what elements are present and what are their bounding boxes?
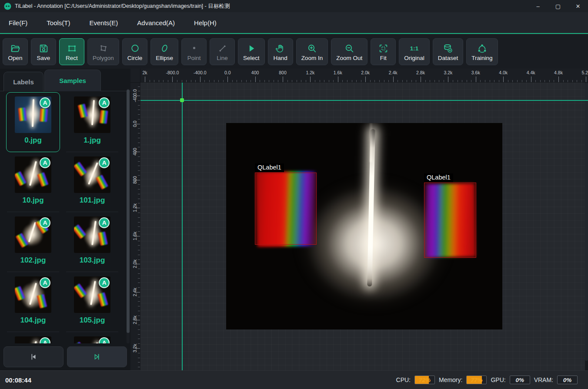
horizontal-ruler: 2k-800.0-400.00.04008001.2k1.6k2.0k2.4k2… — [140, 69, 588, 83]
ruler-v-label: 0.0 — [132, 120, 137, 127]
sample-thumbnail: A — [74, 96, 110, 133]
previous-sample-button[interactable] — [3, 346, 63, 367]
titlebar[interactable]: TiLabel - Annotation [C:/Users/Administr… — [0, 0, 588, 12]
select-icon — [246, 43, 257, 54]
ruler-h-label: 4.4k — [527, 70, 535, 75]
minimize-button[interactable]: – — [528, 0, 548, 12]
menu-advanced-a-[interactable]: Advanced(A) — [137, 19, 175, 27]
toolbar-button-zoom-out[interactable]: Zoom Out — [331, 38, 368, 65]
ruler-v-label: 1.6k — [132, 232, 137, 240]
annotation-bbox[interactable] — [255, 173, 317, 245]
crosshair-vertical-line — [182, 83, 183, 370]
sidebar-tabs: Labels Samples — [0, 69, 130, 91]
toolbar: OpenSaveRectPolygonCircleEllipsePointLin… — [0, 35, 588, 69]
toolbar-button-label: Hand — [273, 55, 287, 61]
sample-item-104.jpg[interactable]: A104.jpg — [6, 272, 60, 332]
sample-list: A0.jpgA1.jpgA10.jpgA101.jpgA102.jpgA103.… — [0, 91, 124, 370]
ellipse-icon — [159, 43, 170, 54]
meter-label-vram-: VRAM: — [534, 376, 553, 383]
rect-icon — [67, 43, 77, 54]
ruler-h-label: 4.8k — [554, 70, 563, 75]
sample-item-1.jpg[interactable]: A1.jpg — [65, 92, 119, 152]
sidebar: Labels Samples A0.jpgA1.jpgA10.jpgA101.j… — [0, 69, 130, 370]
meter-gpu-: 0% — [510, 376, 530, 384]
toolbar-button-rect[interactable]: Rect — [59, 38, 84, 65]
sample-item-101.jpg[interactable]: A101.jpg — [65, 152, 119, 212]
menu-tools-t-[interactable]: Tools(T) — [47, 19, 70, 27]
ruler-v-label: 1.2k — [132, 203, 137, 212]
toolbar-button-hand[interactable]: Hand — [268, 38, 293, 65]
zoom-out-icon — [344, 43, 355, 54]
menu-events-e-[interactable]: Events(E) — [90, 19, 118, 27]
annotation-canvas-area: QLabel1 QLabel1 2k-800.0-400.00.04008001… — [130, 69, 588, 370]
sample-name: 105.jpg — [80, 316, 105, 325]
annotation-bbox[interactable] — [424, 183, 476, 258]
next-sample-button[interactable] — [67, 346, 127, 367]
sample-navigation — [0, 343, 130, 370]
toolbar-button-dataset[interactable]: Dataset — [433, 38, 464, 65]
toolbar-button-training[interactable]: Training — [466, 38, 498, 65]
meter-value: 77% — [471, 377, 482, 383]
toolbar-button-polygon[interactable]: Polygon — [87, 38, 119, 65]
meter-cpu-: 72% — [414, 376, 435, 384]
sample-thumbnail: A — [74, 216, 110, 253]
toolbar-button-fit[interactable]: Fit — [371, 38, 396, 65]
ruler-v-label: 800 — [132, 176, 137, 184]
canvas-scrollbar[interactable] — [585, 83, 588, 370]
ruler-h-label: 3.6k — [471, 70, 480, 75]
ruler-h-label: 2.8k — [416, 70, 425, 75]
toolbar-button-ellipse[interactable]: Ellipse — [150, 38, 178, 65]
annotated-badge: A — [99, 217, 110, 228]
sample-item-103.jpg[interactable]: A103.jpg — [65, 212, 119, 272]
hand-icon — [275, 43, 286, 54]
menubar: File(F)Tools(T)Events(E)Advanced(A)Help(… — [0, 12, 588, 34]
sample-name: 104.jpg — [20, 316, 46, 325]
sample-list-scrollbar[interactable] — [127, 89, 130, 343]
toolbar-button-label: Select — [243, 55, 260, 61]
ruler-v-label: -400.0 — [132, 89, 137, 102]
menu-file-f-[interactable]: File(F) — [9, 19, 27, 27]
statusbar: 00:08:44 CPU:72%Memory:77%GPU:0%VRAM:0% — [0, 370, 588, 389]
svg-text:1:1: 1:1 — [410, 45, 419, 52]
crosshair-origin-dot — [180, 98, 184, 102]
sample-item-105.jpg[interactable]: A105.jpg — [65, 272, 119, 332]
meter-vram-: 0% — [557, 376, 578, 384]
annotated-badge: A — [40, 277, 50, 288]
app-logo-icon — [4, 3, 11, 10]
toolbar-button-zoom-in[interactable]: Zoom In — [296, 38, 328, 65]
tab-samples[interactable]: Samples — [44, 70, 101, 91]
ruler-v-label: 2.8k — [132, 316, 137, 324]
toolbar-button-line[interactable]: Line — [210, 38, 235, 65]
toolbar-button-point[interactable]: Point — [181, 38, 207, 65]
ruler-v-label: 3.2k — [132, 344, 137, 352]
toolbar-button-original[interactable]: 1:1Original — [399, 38, 430, 65]
menu-help-h-[interactable]: Help(H) — [194, 19, 217, 27]
toolbar-button-select[interactable]: Select — [238, 38, 265, 65]
ruler-h-label: 2.4k — [389, 70, 398, 75]
one-to-one-icon: 1:1 — [409, 43, 420, 54]
annotated-badge: A — [40, 217, 50, 228]
toolbar-button-circle[interactable]: Circle — [122, 38, 148, 65]
vertical-ruler: -400.00.04008001.2k1.6k2.0k2.4k2.8k3.2k — [130, 83, 140, 370]
save-icon — [38, 43, 49, 54]
toolbar-button-label: Fit — [380, 55, 387, 61]
meter-label-memory-: Memory: — [439, 376, 462, 383]
toolbar-button-label: Ellipse — [156, 55, 173, 61]
image-viewport[interactable]: QLabel1 QLabel1 — [226, 123, 502, 329]
maximize-button[interactable]: ▢ — [548, 0, 568, 12]
tab-labels[interactable]: Labels — [3, 72, 43, 91]
toolbar-button-open[interactable]: Open — [3, 38, 28, 65]
ruler-h-label: 1.6k — [334, 70, 342, 75]
toolbar-button-label: Dataset — [438, 55, 458, 61]
ruler-h-label: 2k — [142, 70, 147, 75]
close-button[interactable]: ✕ — [568, 0, 588, 12]
sample-thumbnail: A — [15, 216, 51, 253]
folder-icon — [10, 43, 21, 54]
toolbar-button-save[interactable]: Save — [31, 38, 56, 65]
sample-name: 10.jpg — [22, 196, 43, 205]
crosshair-horizontal-line — [140, 100, 588, 101]
sample-item-0.jpg[interactable]: A0.jpg — [6, 92, 60, 152]
sample-thumbnail: A — [74, 276, 110, 313]
sample-item-102.jpg[interactable]: A102.jpg — [6, 212, 60, 272]
sample-item-10.jpg[interactable]: A10.jpg — [6, 152, 60, 212]
